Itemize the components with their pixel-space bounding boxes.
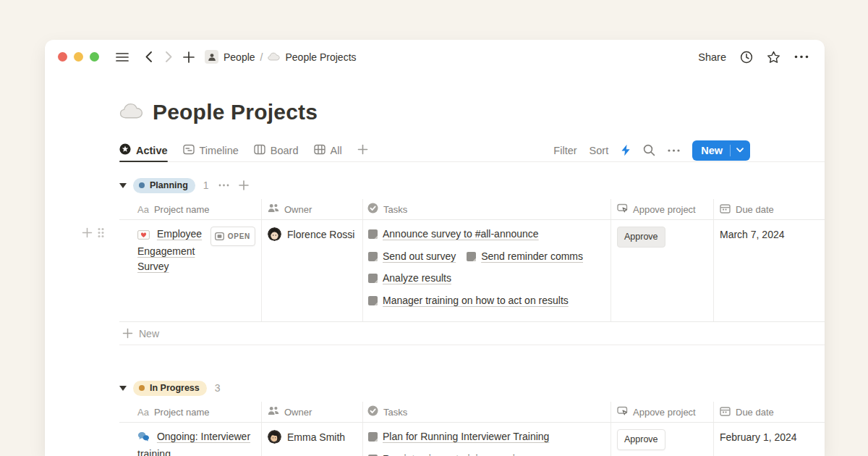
tab-label: Timeline [200,145,239,156]
task-link[interactable]: Run interviewer training session [367,452,526,456]
group-count: 3 [215,382,221,394]
page-title-text: People Projects [153,98,318,126]
group-header: Planning 1 [119,176,825,195]
breadcrumb-parent[interactable]: People [224,51,255,63]
emma-avatar [268,430,281,444]
page-icon [367,454,378,456]
triangle-down-icon[interactable] [119,386,127,391]
topbar-actions: Share [698,51,809,64]
zoom-window-button[interactable] [90,52,99,62]
notion-window: People / People Projects Share People Pr… [45,40,825,456]
owner-cell: Emma Smith [262,423,363,456]
star-icon[interactable] [767,51,780,64]
new-page-plus-icon[interactable] [180,48,197,66]
column-header-due-date[interactable]: Due date [714,402,825,422]
people-icon [268,406,279,418]
views-row: Active Timeline Board All [119,139,825,162]
task-link[interactable]: Send reminder comms [466,249,583,264]
clock-icon[interactable] [740,51,753,64]
open-button[interactable]: OPEN [210,227,255,246]
tag-label: In Progress [150,383,200,393]
column-header-approve-project[interactable]: Appove project [611,402,714,422]
page-icon [367,431,378,442]
text-icon: Aa [137,407,149,418]
tab-label: Active [136,145,168,156]
page-icon [367,295,378,306]
plus-icon [357,144,368,157]
drag-handle-icon[interactable] [98,227,104,238]
approve-button[interactable]: Approve [617,227,665,248]
column-header-tasks[interactable]: Tasks [363,402,611,422]
task-link[interactable]: Analyze results [367,271,451,286]
table-header: Aa Project name Owner Tasks Appove proj [119,402,825,423]
add-view-button[interactable] [357,139,368,161]
status-tag-planning[interactable]: Planning [133,178,195,193]
owner-name[interactable]: Florence Rossi [287,227,354,242]
project-name-link[interactable]: Ongoing: Interviewer training [137,431,250,456]
column-header-tasks[interactable]: Tasks [363,199,611,219]
tab-all[interactable]: All [314,139,342,161]
view-controls: Filter Sort New [553,139,750,161]
task-link[interactable]: Plan for Running Interviewer Training [367,429,549,444]
column-header-due-date[interactable]: Due date [714,199,825,219]
plus-icon[interactable] [239,180,249,190]
more-icon[interactable] [668,149,680,152]
column-header-owner[interactable]: Owner [262,199,363,219]
new-row-label: New [139,328,159,339]
calendar-icon [720,203,731,216]
approve-cell: Approve [611,423,714,456]
more-icon[interactable] [218,184,229,187]
cloud-icon [119,98,143,126]
breadcrumb: People / People Projects [205,50,357,64]
search-icon[interactable] [643,144,655,156]
due-date-cell[interactable]: March 7, 2024 [714,220,825,321]
filter-button[interactable]: Filter [553,145,576,156]
tasks-cell: Plan for Running Interviewer Training Ru… [363,423,611,456]
table-row: Ongoing: Interviewer training Emma Smith… [119,423,825,456]
new-button[interactable]: New [692,140,750,161]
tab-board[interactable]: Board [254,139,299,161]
plus-icon [122,328,133,339]
peek-icon [215,232,224,240]
tab-label: Board [271,145,299,156]
more-icon[interactable] [794,55,809,59]
people-db-icon [205,50,218,64]
back-icon[interactable] [140,48,157,66]
new-row-button[interactable]: New [119,322,825,345]
florence-avatar [268,227,281,241]
board-icon [254,144,265,157]
timeline-icon [183,144,195,157]
tab-timeline[interactable]: Timeline [183,139,239,161]
table-header: Aa Project name Owner Tasks Appove proj [119,199,825,220]
forward-icon[interactable] [160,48,177,66]
zap-icon[interactable] [621,144,631,156]
page-title: People Projects [119,98,825,126]
share-button[interactable]: Share [698,51,726,63]
group-count: 1 [203,180,209,191]
tab-active[interactable]: Active [119,139,168,161]
triangle-down-icon[interactable] [119,183,127,188]
hamburger-icon[interactable] [114,48,131,66]
minimize-window-button[interactable] [74,52,83,62]
close-window-button[interactable] [58,52,67,62]
owner-name[interactable]: Emma Smith [287,430,345,445]
add-row-icon[interactable] [82,227,93,238]
column-header-project-name[interactable]: Aa Project name [119,199,262,219]
button-click-icon [617,406,628,418]
column-header-project-name[interactable]: Aa Project name [119,402,262,422]
status-tag-in-progress[interactable]: In Progress [133,381,207,396]
sort-button[interactable]: Sort [590,145,609,156]
grid-icon [314,144,326,157]
approve-button[interactable]: Approve [617,429,665,450]
page-icon [367,229,378,240]
page-icon [466,251,477,262]
column-header-owner[interactable]: Owner [262,402,363,422]
chevron-down-icon[interactable] [731,148,750,153]
task-link[interactable]: Announce survey to #all-announce [367,227,539,242]
task-link[interactable]: Send out survey [367,249,456,264]
due-date-cell[interactable]: February 1, 2024 [714,423,825,456]
task-link[interactable]: Manager training on how to act on result… [367,293,569,308]
breadcrumb-current[interactable]: People Projects [285,51,356,63]
column-header-approve-project[interactable]: Appove project [611,199,714,219]
tag-dot [139,385,145,391]
